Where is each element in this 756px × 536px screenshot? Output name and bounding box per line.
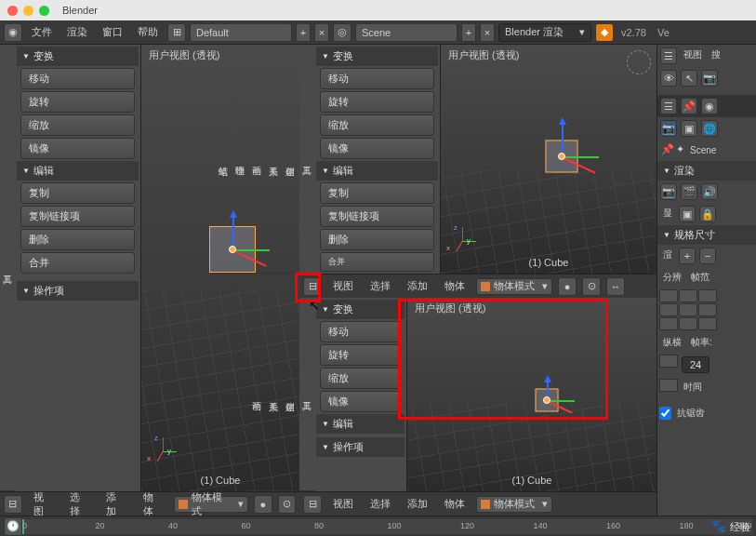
tab-relations[interactable]: 关系 [264,45,281,274]
scene-name[interactable]: Scene [686,143,720,157]
layout-selector[interactable]: Default [190,23,292,42]
layout-remove-button[interactable]: × [314,23,329,42]
menu-select[interactable]: 选择 [365,495,396,513]
outliner-type-icon[interactable]: ☰ [660,47,677,64]
panel-operator[interactable]: 操作项 [316,437,405,457]
props-type-icon[interactable]: ☰ [660,98,677,114]
resolution-fields[interactable] [659,289,754,330]
delete-button[interactable]: 删除 [320,229,434,250]
duplicate-button[interactable]: 复制 [320,182,434,204]
tab-pencil[interactable]: 蜡笔 [214,45,231,274]
manipulator-icon[interactable]: ↔ [606,277,625,296]
menu-window[interactable]: 窗口 [97,23,128,41]
timeline[interactable]: 🕐 0 20 40 60 80 100 120 140 160 180 200 [0,516,756,536]
scale-button[interactable]: 缩放 [320,114,434,136]
menu-view[interactable]: 视图 [327,495,359,513]
antialias-checkbox[interactable] [659,405,671,422]
editor-type-icon[interactable]: ⊟ [303,495,322,514]
axis-z-icon[interactable] [562,119,564,156]
tab-tools[interactable]: 工具 [298,45,314,274]
tab-tools[interactable]: 工具 [298,298,314,491]
close-icon[interactable] [7,6,18,16]
editor-type-icon[interactable]: ⊟ [4,495,22,514]
aspect-y-field[interactable] [659,379,678,392]
panel-transform[interactable]: 变换 [17,47,139,66]
menu-view[interactable]: 视图 [327,277,359,295]
menu-add[interactable]: 添加 [402,277,433,295]
join-button[interactable]: 合并 [20,252,135,274]
timeline-type-icon[interactable]: 🕐 [4,517,22,536]
scale-button[interactable]: 缩放 [20,114,135,136]
lock-icon[interactable]: 🔒 [699,206,716,222]
panel-edit[interactable]: 编辑 [316,161,438,181]
blender-icon[interactable]: ◉ [4,23,22,42]
pivot-icon[interactable]: ⊙ [582,277,601,296]
tab-relations[interactable]: 关系 [264,298,281,491]
gizmo-center-icon[interactable] [558,153,565,160]
duplicate-button[interactable]: 复制 [20,182,135,204]
layers-tab-icon[interactable]: ▣ [681,120,697,137]
shading-icon[interactable]: ● [558,277,577,296]
menu-object[interactable]: 物体 [439,277,471,295]
panel-operator[interactable]: 操作项 [17,281,139,301]
scale-button[interactable]: 缩放 [320,368,401,389]
mode-selector[interactable]: 物体模式▾ [476,496,552,513]
scene-icon[interactable]: ◎ [333,23,351,42]
camera-btn-icon[interactable]: 📷 [701,70,718,87]
move-button[interactable]: 移动 [320,68,434,89]
menu-file[interactable]: 文件 [26,23,58,41]
panel-edit[interactable]: 编辑 [17,161,139,181]
mode-selector[interactable]: 物体模式▾ [476,278,552,295]
tab-tools[interactable]: 工具 [0,45,15,491]
search-label[interactable]: 搜 [708,47,724,65]
viewport-top-right[interactable]: 用户视图 (透视) z y x (1) Cube [441,45,657,274]
screen-layout-icon[interactable]: ⊞ [167,23,186,42]
mirror-button[interactable]: 镜像 [320,138,434,159]
pin-icon[interactable]: 📌 [681,98,697,114]
join-button[interactable]: 合并 [320,252,434,272]
move-button[interactable]: 移动 [20,68,135,89]
preset-add-icon[interactable]: + [679,248,696,264]
context-icon[interactable]: ◉ [701,98,718,114]
menu-help[interactable]: 帮助 [132,23,164,41]
rotate-button[interactable]: 旋转 [320,344,401,366]
panel-transform[interactable]: 变换 [316,300,405,319]
scene-tab-icon[interactable]: 🌐 [701,120,718,137]
tab-animation[interactable]: 动画 [247,298,264,491]
viewport-bottom-right[interactable]: 用户视图 (透视) (1) Cube [407,298,657,491]
panel-edit[interactable]: 编辑 [316,414,405,434]
render-still-icon[interactable]: 📷 [660,183,677,200]
editor-type-icon[interactable]: ⊟ [303,277,322,296]
move-button[interactable]: 移动 [320,321,401,342]
render-anim-icon[interactable]: 🎬 [681,183,697,200]
duplink-button[interactable]: 复制链接项 [20,206,135,227]
manipulator-gizmo[interactable] [510,363,584,437]
scene-selector[interactable]: Scene [355,23,458,42]
menu-object[interactable]: 物体 [439,495,471,513]
menu-render[interactable]: 渲染 [61,23,93,41]
tab-animation[interactable]: 动画 [247,45,264,274]
dimensions-panel-header[interactable]: 规格尺寸 [657,225,756,245]
view-label[interactable]: 视图 [680,47,706,65]
minimize-icon[interactable] [23,6,33,16]
scene-add-button[interactable]: + [461,23,476,42]
rotate-button[interactable]: 旋转 [20,91,135,113]
render-audio-icon[interactable]: 🔊 [701,183,718,200]
menu-add[interactable]: 添加 [402,495,433,513]
render-engine-selector[interactable]: Blender 渲染▾ [498,23,591,42]
mirror-button[interactable]: 镜像 [320,391,401,412]
aspect-x-field[interactable] [659,355,678,368]
scene-remove-button[interactable]: × [480,23,495,42]
cursor-icon[interactable]: ↖ [681,70,697,87]
mirror-button[interactable]: 镜像 [20,138,135,159]
maximize-icon[interactable] [39,6,49,16]
duplink-button[interactable]: 复制链接项 [320,206,434,227]
layout-add-button[interactable]: + [296,23,311,42]
pivot-icon[interactable]: ⊙ [278,495,297,514]
menu-select[interactable]: 选择 [365,277,396,295]
pin-btn-icon[interactable]: 📌 [661,143,674,157]
tab-create[interactable]: 创建 [281,298,298,491]
shading-icon[interactable]: ● [254,495,272,514]
manipulator-gizmo[interactable] [524,119,599,194]
panel-transform[interactable]: 变换 [316,47,438,66]
